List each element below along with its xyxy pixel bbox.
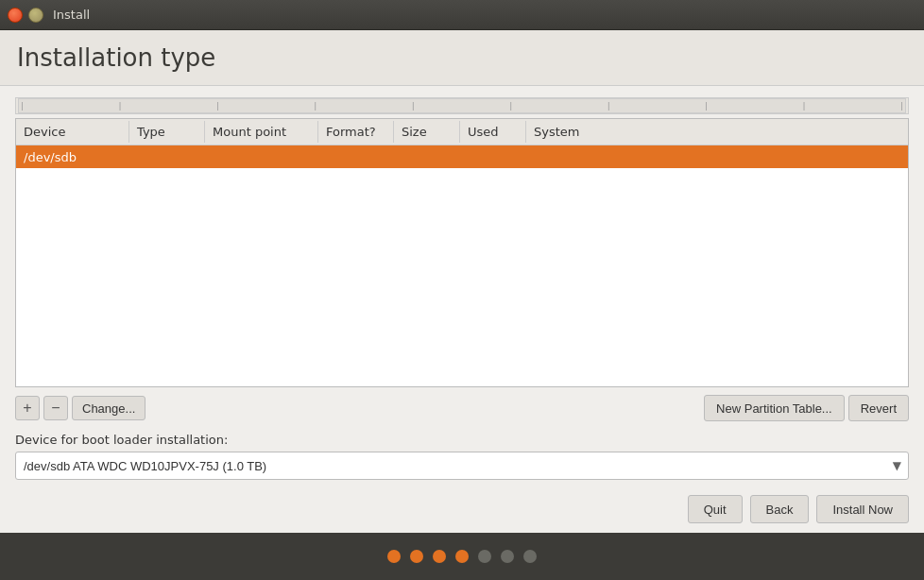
cell-size (394, 154, 460, 160)
col-system-header: System (526, 121, 908, 143)
progress-dot-3 (433, 550, 446, 563)
cell-format (318, 154, 394, 160)
progress-dot-4 (455, 550, 469, 563)
main-window: Installation type | | | | | | | | | | (0, 30, 924, 580)
progress-dot-6 (501, 550, 514, 563)
disk-ruler: | | | | | | | | | | (15, 97, 909, 114)
table-row[interactable]: /dev/sdb (16, 145, 908, 168)
change-button[interactable]: Change... (72, 396, 145, 420)
col-size-header: Size (394, 121, 460, 143)
close-button[interactable] (8, 8, 23, 23)
add-partition-button[interactable]: + (15, 396, 40, 420)
minimize-button[interactable] (28, 8, 43, 23)
col-used-header: Used (460, 121, 526, 143)
content-area: | | | | | | | | | | Device Type Mount po (0, 86, 924, 533)
new-partition-table-button[interactable]: New Partition Table... (704, 395, 845, 421)
col-format-header: Format? (318, 121, 394, 143)
install-now-button[interactable]: Install Now (816, 495, 909, 523)
titlebar: Install (0, 0, 924, 30)
col-mount-header: Mount point (205, 121, 318, 143)
cell-device: /dev/sdb (16, 147, 129, 167)
remove-partition-button[interactable]: − (43, 396, 68, 420)
page-header: Installation type (0, 30, 924, 86)
progress-dot-2 (410, 550, 423, 563)
progress-dot-1 (387, 550, 401, 563)
table-body: /dev/sdb (16, 145, 908, 386)
cell-used (460, 154, 526, 160)
cell-type (129, 154, 205, 160)
revert-button[interactable]: Revert (848, 395, 909, 421)
cell-system (526, 154, 908, 160)
cell-mount (205, 154, 318, 160)
table-header: Device Type Mount point Format? Size Use… (16, 119, 908, 145)
page-title: Installation type (17, 43, 907, 72)
bootloader-section: Device for boot loader installation: /de… (15, 427, 909, 487)
progress-dot-7 (523, 550, 537, 563)
bootloader-label: Device for boot loader installation: (15, 433, 909, 447)
quit-button[interactable]: Quit (688, 495, 743, 523)
col-device-header: Device (16, 121, 129, 143)
window-title: Install (53, 8, 90, 22)
partition-toolbar: + − Change... New Partition Table... Rev… (15, 387, 909, 427)
partition-table: Device Type Mount point Format? Size Use… (15, 118, 909, 387)
bootloader-dropdown-wrapper[interactable]: /dev/sdb ATA WDC WD10JPVX-75J (1.0 TB) ▼ (15, 452, 909, 480)
footer-buttons: Quit Back Install Now (15, 487, 909, 523)
progress-dot-5 (478, 550, 491, 563)
col-type-header: Type (129, 121, 205, 143)
back-button[interactable]: Back (750, 495, 810, 523)
bootloader-dropdown[interactable]: /dev/sdb ATA WDC WD10JPVX-75J (1.0 TB) (15, 452, 909, 480)
progress-dots-bar (0, 533, 924, 580)
